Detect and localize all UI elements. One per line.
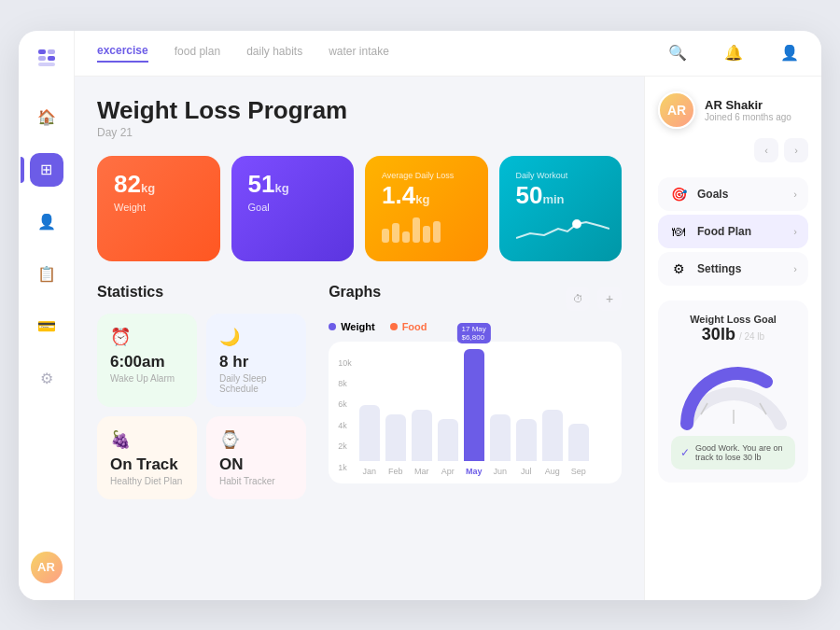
avg-loss-value: 1.4kg xyxy=(382,182,471,209)
goal-value: 51kg xyxy=(248,171,338,198)
workout-sublabel: Daily Workout xyxy=(516,171,606,180)
sidebar-item-home[interactable]: 🏠 xyxy=(30,101,63,134)
food-plan-icon: 🍽 xyxy=(669,224,688,239)
stat-item-habit: ⌚ ON Habit Tracker xyxy=(206,416,306,499)
wakeup-icon: ⏰ xyxy=(110,327,184,347)
nav-excercise[interactable]: excercise xyxy=(97,44,148,63)
bar-mar-col xyxy=(412,410,432,461)
bar-chart: Jan Feb xyxy=(356,355,593,476)
sidebar-item-dashboard[interactable]: ⊞ xyxy=(30,153,63,187)
weight-card: 82kg Weight xyxy=(97,156,220,261)
bar-apr: Apr xyxy=(438,419,458,476)
sidebar-item-profile[interactable]: 👤 xyxy=(30,205,63,239)
sidebar-user-avatar[interactable]: AR xyxy=(31,552,63,583)
nav-water-intake[interactable]: water intake xyxy=(329,45,389,62)
bar-aug-col xyxy=(542,410,563,461)
gauge-svg xyxy=(673,358,794,428)
main-content: excercise food plan daily habits water i… xyxy=(75,31,821,600)
avg-loss-sublabel: Average Daily Loss xyxy=(382,171,471,180)
goal-title: Weight Loss Goal xyxy=(671,314,795,325)
bar-jun-col xyxy=(490,414,511,461)
stat-cards: 82kg Weight 51kg Goal Average Daily Loss xyxy=(97,156,622,261)
nav-daily-habits[interactable]: daily habits xyxy=(246,45,302,62)
gauge-text: Good Work. You are on track to lose 30 l… xyxy=(695,443,786,462)
svg-point-6 xyxy=(762,377,771,386)
next-btn[interactable]: › xyxy=(784,138,808,162)
goal-value: 30lb xyxy=(702,325,735,344)
profile-info: AR Shakir Joined 6 months ago xyxy=(705,98,791,122)
profile-section: AR AR Shakir Joined 6 months ago xyxy=(658,91,791,129)
sidebar-item-billing[interactable]: 💳 xyxy=(30,310,63,343)
workout-line xyxy=(516,215,606,246)
sidebar-item-settings[interactable]: ⚙ xyxy=(30,362,63,396)
bar-6 xyxy=(433,221,441,243)
workout-value: 50min xyxy=(516,182,606,209)
legend-food-dot xyxy=(390,323,398,330)
menu-settings[interactable]: ⚙ Settings › xyxy=(658,252,808,286)
menu-goals[interactable]: 🎯 Goals › xyxy=(658,177,808,211)
gauge-message: ✓ Good Work. You are on track to lose 30… xyxy=(671,436,795,469)
bar-1 xyxy=(382,229,389,243)
diet-label: Healthy Diet Plan xyxy=(110,476,184,486)
diet-icon: 🍇 xyxy=(110,429,184,450)
app-container: 🏠 ⊞ 👤 📋 💳 ⚙ AR excercise food plan daily… xyxy=(19,31,821,600)
top-nav: excercise food plan daily habits water i… xyxy=(75,31,821,77)
stat-item-wakeup: ⏰ 6:00am Wake Up Alarm xyxy=(97,314,197,407)
bar-sep-col xyxy=(568,424,589,461)
menu-items: 🎯 Goals › 🍽 Food Plan › ⚙ Settings › xyxy=(658,177,808,286)
bar-jun: Jun xyxy=(490,414,511,476)
profile-name: AR Shakir xyxy=(705,98,791,112)
sidebar: 🏠 ⊞ 👤 📋 💳 ⚙ AR xyxy=(19,31,75,600)
sleep-value: 8 hr xyxy=(219,353,293,371)
stat-item-sleep: 🌙 8 hr Daily Sleep Schedule xyxy=(206,314,306,407)
bar-feb-col xyxy=(385,414,406,461)
nav-food-plan[interactable]: food plan xyxy=(175,45,220,62)
right-panel: AR AR Shakir Joined 6 months ago ‹ › xyxy=(644,77,821,600)
stat-item-diet: 🍇 On Track Healthy Diet Plan xyxy=(97,416,197,499)
svg-rect-2 xyxy=(38,56,46,61)
menu-food-plan[interactable]: 🍽 Food Plan › xyxy=(658,215,808,248)
goal-card: 51kg Goal xyxy=(231,156,355,261)
logo xyxy=(36,48,57,73)
food-plan-label: Food Plan xyxy=(697,225,793,238)
sidebar-item-plans[interactable]: 📋 xyxy=(30,258,63,291)
svg-rect-4 xyxy=(38,63,55,66)
bar-4 xyxy=(413,217,420,243)
svg-rect-1 xyxy=(48,49,55,54)
goals-label: Goals xyxy=(697,188,793,201)
sleep-label: Daily Sleep Schedule xyxy=(219,373,293,394)
bar-jul: Jul xyxy=(516,419,537,476)
bar-5 xyxy=(423,226,430,243)
body-area: Weight Loss Program Day 21 82kg Weight xyxy=(75,77,821,600)
profile-joined: Joined 6 months ago xyxy=(705,112,791,122)
graph-timer-btn[interactable]: ⏱ xyxy=(566,287,590,311)
statistics-section: Statistics ⏰ 6:00am Wake Up Alarm 🌙 8 hr… xyxy=(97,284,306,499)
settings-label: Settings xyxy=(697,262,793,275)
bar-jan-col xyxy=(359,405,380,461)
profile-header: AR AR Shakir Joined 6 months ago xyxy=(658,91,808,129)
bar-3 xyxy=(402,231,410,243)
habit-icon: ⌚ xyxy=(219,429,293,450)
graph-add-btn[interactable]: + xyxy=(597,287,622,311)
search-icon[interactable]: 🔍 xyxy=(668,44,687,62)
goal-section: Weight Loss Goal 30lb / 24 lb xyxy=(658,301,808,483)
food-plan-arrow: › xyxy=(793,226,797,237)
graphs-title: Graphs xyxy=(329,284,381,301)
bar-2 xyxy=(392,223,399,243)
bar-tooltip: 17 May$6,800 xyxy=(457,323,491,343)
bar-sep: Sep xyxy=(568,424,589,476)
user-icon[interactable]: 👤 xyxy=(780,44,799,62)
legend-food: Food xyxy=(390,321,427,332)
svg-rect-0 xyxy=(38,49,46,54)
two-col: Statistics ⏰ 6:00am Wake Up Alarm 🌙 8 hr… xyxy=(97,284,622,499)
bar-aug: Aug xyxy=(542,410,563,476)
workout-card: Daily Workout 50min xyxy=(499,156,623,261)
y-labels: 10k 8k 6k 4k 2k 1k xyxy=(338,355,352,476)
goal-label: Goal xyxy=(248,202,338,213)
prev-btn[interactable]: ‹ xyxy=(754,138,778,162)
svg-rect-3 xyxy=(48,56,55,61)
gauge-check-icon: ✓ xyxy=(680,446,690,459)
gauge-container xyxy=(671,358,795,428)
notification-icon[interactable]: 🔔 xyxy=(724,44,743,62)
avg-loss-bars xyxy=(382,215,471,243)
